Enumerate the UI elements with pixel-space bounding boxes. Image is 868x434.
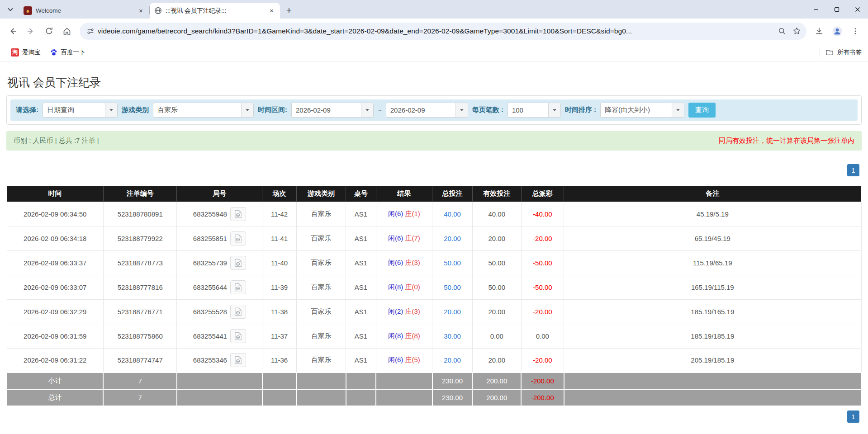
col-session: 场次 bbox=[262, 186, 297, 202]
search-button[interactable]: 查询 bbox=[688, 103, 716, 118]
video-replay-button[interactable] bbox=[230, 329, 246, 343]
tab-bet-record[interactable]: :::视讯 会员下注纪录::: × bbox=[150, 3, 280, 19]
bet-time: 2026-02-09 06:34:18 bbox=[7, 226, 103, 250]
query-type-value[interactable] bbox=[43, 103, 105, 117]
video-replay-button[interactable] bbox=[230, 353, 246, 367]
date-start-value[interactable] bbox=[292, 103, 361, 117]
date-end-value[interactable] bbox=[386, 103, 455, 117]
profile-avatar[interactable] bbox=[829, 23, 845, 39]
filter-panel: 请选择: 游戏类别 时间区间: ~ 每页笔数 : bbox=[6, 95, 862, 125]
all-bookmarks-label: 所有书签 bbox=[837, 48, 862, 57]
subtotal-row: 小计 7 230.00 200.00 -200.00 bbox=[7, 373, 861, 389]
valid-bet-notice-text: 同局有效投注，统一计算在该局第一张注单内 bbox=[719, 137, 854, 145]
date-start-picker[interactable] bbox=[291, 103, 374, 118]
new-tab-button[interactable]: + bbox=[283, 4, 295, 17]
tab-close-icon[interactable]: × bbox=[137, 7, 145, 14]
site-settings-icon[interactable] bbox=[83, 24, 98, 38]
zoom-icon[interactable] bbox=[775, 24, 789, 38]
round-id-cell: 683255739 bbox=[177, 250, 262, 275]
video-replay-button[interactable] bbox=[230, 256, 246, 270]
total-bet: 20.00 bbox=[432, 226, 473, 250]
chevron-down-icon[interactable] bbox=[548, 103, 560, 117]
tab-welcome[interactable]: ♠ Welcome × bbox=[19, 3, 149, 19]
back-icon[interactable] bbox=[5, 23, 21, 39]
subtotal-label: 小计 bbox=[7, 373, 103, 389]
result-banker: 庄(7) bbox=[405, 234, 420, 242]
refresh-icon[interactable] bbox=[41, 23, 57, 39]
col-game-kind: 游戏类别 bbox=[296, 186, 346, 202]
page-content: 视讯 会员下注纪录 请选择: 游戏类别 时间区间: ~ 每页 bbox=[0, 75, 868, 423]
result-cell: 闲(2) 庄(3) bbox=[376, 299, 432, 324]
bet-records-table: 时间 注单编号 局号 场次 游戏类别 桌号 结果 总投注 有效投注 总派彩 备注… bbox=[6, 186, 862, 406]
chevron-down-icon[interactable] bbox=[672, 103, 684, 117]
bookmarks-separator bbox=[820, 48, 820, 57]
baidu-paw-icon bbox=[50, 48, 58, 57]
game-kind-select[interactable] bbox=[153, 103, 254, 118]
result-player: 闲(6) bbox=[388, 356, 403, 363]
bet-id: 523188777816 bbox=[103, 275, 176, 299]
valid-bet: 50.00 bbox=[472, 250, 521, 275]
downloads-icon[interactable] bbox=[811, 23, 827, 39]
game-kind-value[interactable] bbox=[153, 103, 241, 117]
video-replay-button[interactable] bbox=[230, 305, 246, 319]
table-row: 2026-02-09 06:34:50 523188780891 6832559… bbox=[7, 202, 861, 226]
video-replay-button[interactable] bbox=[230, 207, 246, 221]
session-no: 11-36 bbox=[262, 348, 297, 373]
sort-order-value[interactable] bbox=[601, 103, 672, 117]
table-row: 2026-02-09 06:32:29 523188776771 6832555… bbox=[7, 299, 861, 324]
round-id: 683255948 bbox=[193, 210, 227, 218]
home-icon[interactable] bbox=[59, 23, 75, 39]
result-banker: 庄(5) bbox=[405, 356, 420, 363]
tab-search-chevron-icon[interactable] bbox=[4, 3, 17, 16]
bookmark-baidu[interactable]: 百度一下 bbox=[45, 47, 90, 58]
bookmark-aitaobao[interactable]: 淘 爱淘宝 bbox=[6, 47, 45, 58]
result-cell: 闲(6) 庄(1) bbox=[376, 202, 432, 226]
video-replay-button[interactable] bbox=[230, 231, 246, 245]
payout: -20.00 bbox=[521, 299, 564, 324]
bet-id: 523188775860 bbox=[103, 324, 176, 348]
game-kind: 百家乐 bbox=[296, 202, 346, 226]
bookmark-star-icon[interactable] bbox=[789, 24, 804, 38]
round-id: 683255441 bbox=[193, 332, 227, 340]
round-id: 683255644 bbox=[193, 283, 227, 291]
page-number-button[interactable]: 1 bbox=[847, 164, 859, 176]
menu-kebab-icon[interactable] bbox=[847, 23, 863, 39]
game-kind: 百家乐 bbox=[296, 275, 346, 299]
result-banker: 庄(1) bbox=[405, 210, 420, 217]
remark: 45.19/5.19 bbox=[564, 202, 861, 226]
date-end-picker[interactable] bbox=[386, 103, 468, 118]
total-bet: 20.00 bbox=[432, 348, 473, 373]
payout: 0.00 bbox=[521, 324, 564, 348]
filter-bar: 请选择: 游戏类别 时间区间: ~ 每页笔数 : bbox=[10, 99, 858, 121]
forward-icon[interactable] bbox=[23, 23, 39, 39]
table-no: AS1 bbox=[346, 275, 376, 299]
page-size-label: 每页笔数 : bbox=[472, 106, 503, 114]
session-no: 11-42 bbox=[262, 202, 297, 226]
minimize-button[interactable] bbox=[806, 0, 826, 19]
video-replay-button[interactable] bbox=[230, 280, 246, 294]
close-window-button[interactable] bbox=[847, 0, 868, 19]
select-type-label: 请选择: bbox=[16, 106, 38, 114]
tab-close-icon[interactable]: × bbox=[268, 7, 275, 14]
sort-order-select[interactable] bbox=[600, 103, 684, 118]
window-controls bbox=[806, 0, 868, 19]
maximize-button[interactable] bbox=[826, 0, 847, 19]
query-type-select[interactable] bbox=[43, 103, 118, 118]
bet-id: 523188778773 bbox=[103, 250, 176, 275]
all-bookmarks-button[interactable]: 所有书签 bbox=[825, 48, 862, 57]
page-number-button[interactable]: 1 bbox=[847, 410, 859, 423]
session-no: 11-38 bbox=[262, 299, 297, 324]
chevron-down-icon[interactable] bbox=[361, 103, 373, 117]
valid-bet: 20.00 bbox=[472, 348, 521, 373]
chevron-down-icon[interactable] bbox=[105, 103, 117, 117]
url-text[interactable]: videoie.com/game/betrecord_search/kind3?… bbox=[98, 27, 775, 35]
address-bar[interactable]: videoie.com/game/betrecord_search/kind3?… bbox=[80, 23, 806, 40]
page-size-value[interactable] bbox=[508, 103, 548, 117]
page-size-select[interactable] bbox=[508, 103, 561, 118]
table-row: 2026-02-09 06:34:18 523188779922 6832558… bbox=[7, 226, 861, 250]
game-kind: 百家乐 bbox=[296, 348, 346, 373]
chevron-down-icon[interactable] bbox=[241, 103, 253, 117]
chevron-down-icon[interactable] bbox=[455, 103, 468, 117]
result-cell: 闲(6) 庄(5) bbox=[376, 348, 432, 373]
col-valid-bet: 有效投注 bbox=[472, 186, 521, 202]
